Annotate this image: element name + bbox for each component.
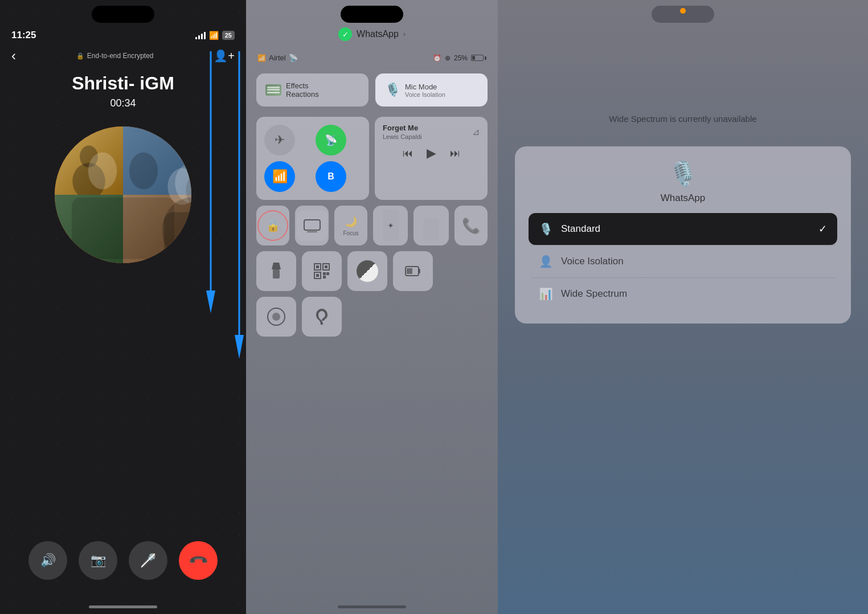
wifi-button[interactable]: 📶 [264,161,295,192]
standard-label: Standard [561,223,810,235]
voice-isolation-option[interactable]: 👤 Voice Isolation [529,245,837,277]
whatsapp-banner-label: WhatsApp [357,29,399,39]
whatsapp-mic-header: 🎙️ WhatsApp [529,160,837,204]
person-silhouette-4 [123,195,191,263]
effect-line-3 [267,92,280,93]
svg-rect-26 [323,276,326,279]
svg-point-9 [162,198,191,263]
time-display: 11:25 [11,30,36,41]
status-bar: 11:25 📶 25 [0,23,246,43]
brightness-fill: ✦ [383,210,399,241]
ear-icon [314,308,329,326]
svg-rect-14 [304,220,320,230]
standard-icon: 🎙️ [539,222,553,236]
svg-rect-21 [325,265,327,268]
location-icon: ⊕ [445,54,451,62]
qr-scanner-button[interactable] [302,251,342,291]
battery-saver-button[interactable] [393,251,433,291]
caller-name: Shristi- iGM [0,73,246,94]
speaker-icon: 🔊 [40,553,56,568]
signal-icon: 📶 [257,54,266,62]
effects-reactions-widget[interactable]: Effects Reactions [256,73,369,107]
battery-icon [405,266,421,276]
cc-status-bar: 📶 Airtel 📡 ⏰ ⊕ 25% [246,46,498,66]
cellular-icon: 📡 [325,134,337,146]
bluetooth-button[interactable]: B [316,161,346,192]
volume-fill [423,218,439,241]
cellular-button[interactable]: 📡 [316,125,346,155]
voice-isolation-label: Voice Isolation [405,91,445,98]
control-center: ✓ WhatsApp › 📶 Airtel 📡 ⏰ ⊕ 25% [246,0,498,614]
signal-bar-1 [195,37,197,39]
phone-button[interactable]: 📞 [455,206,488,245]
prev-button[interactable]: ⏮ [403,148,413,159]
home-indicator [89,605,157,608]
whatsapp-icon-small: ✓ [338,27,352,41]
controls-row-5 [246,297,498,337]
connectivity-music-row: ✈ 📡 📶 B Forget Me Lewis Capaldi ⊿ [246,117,498,200]
controls-row-3: 🔒 🌙 Focus ✦ [246,206,498,245]
cc-status-right: ⏰ ⊕ 25% [433,54,486,62]
voice-isolation-option-label: Voice Isolation [561,256,827,267]
wifi-cc-icon: 📡 [289,54,298,62]
svg-rect-17 [273,269,280,279]
video-button[interactable]: 📷 [79,541,117,580]
video-icon: 📷 [91,553,106,568]
add-person-button[interactable]: 👤+ [214,49,235,63]
signal-strength [195,31,206,39]
focus-icon: 🌙 [345,215,357,228]
caller-avatar-container [0,126,246,263]
hearing-button[interactable] [302,297,342,337]
flashlight-icon [269,263,283,280]
wide-spectrum-option-label: Wide Spectrum [561,288,827,300]
mic-icon: 🎙️ [385,83,400,97]
unavailable-text: Wide Spectrum is currently unavailable [498,114,868,124]
speaker-button[interactable]: 🔊 [28,541,67,580]
screen-mirror-button[interactable] [295,206,328,245]
flashlight-button[interactable] [256,251,296,291]
voice-isolation-icon: 👤 [539,255,553,268]
call-header: ‹ 🔒 End-to-end Encrypted 👤+ [0,43,246,68]
whatsapp-banner[interactable]: ✓ WhatsApp › [246,23,498,46]
battery-body [471,55,484,61]
volume-slider[interactable] [413,206,448,245]
mic-mode-panel: Wide Spectrum is currently unavailable 🎙… [498,0,868,614]
mic-widget-icon: 🎙️ [384,82,400,98]
top-widgets-row: Effects Reactions 🎙️ Mic Mode Voice Isol… [246,69,498,111]
invert-colors-button[interactable] [347,251,387,291]
music-box: Forget Me Lewis Capaldi ⊿ ⏮ ▶ ⏭ [375,117,488,200]
connectivity-box: ✈ 📡 📶 B [256,117,369,200]
airplay-icon[interactable]: ⊿ [472,126,480,137]
cc-home-indicator [338,605,406,608]
screen-record-button[interactable] [256,297,296,337]
reactions-label: Reactions [286,90,319,99]
back-button[interactable]: ‹ [11,48,16,64]
focus-label: Focus [343,230,359,236]
rotation-lock-button[interactable]: 🔒 [256,206,289,245]
mute-button[interactable]: 🎤 [129,541,167,580]
collage-cell-3 [55,195,123,263]
mic-mode-widget[interactable]: 🎙️ Mic Mode Voice Isolation [375,73,488,107]
signal-bar-3 [201,34,203,39]
controls-row-4 [246,251,498,291]
standard-option[interactable]: 🎙️ Standard ✓ [529,213,837,245]
end-call-button[interactable]: 📞 [179,541,218,580]
whatsapp-mic-label: WhatsApp [661,193,705,204]
music-controls: ⏮ ▶ ⏭ [383,146,480,161]
brightness-slider[interactable]: ✦ [373,206,408,245]
rotation-lock-icon: 🔒 [257,210,288,241]
focus-button[interactable]: 🌙 Focus [334,206,367,245]
wide-spectrum-option[interactable]: 📊 Wide Spectrum [529,278,837,310]
music-artist: Lewis Capaldi [383,133,421,140]
airplane-mode-button[interactable]: ✈ [264,125,295,155]
svg-rect-19 [316,265,319,268]
music-info: Forget Me Lewis Capaldi [383,124,421,140]
play-button[interactable]: ▶ [427,146,436,161]
record-inner [272,313,280,321]
mic-mode-label: Mic Mode [405,83,445,91]
encryption-label: 🔒 End-to-end Encrypted [76,52,154,60]
call-screen: 11:25 📶 25 ‹ 🔒 End-to-end Encrypted 👤+ S… [0,0,246,614]
svg-rect-23 [316,274,319,277]
next-button[interactable]: ⏭ [450,148,460,159]
mic-widget-text: Mic Mode Voice Isolation [405,83,445,98]
